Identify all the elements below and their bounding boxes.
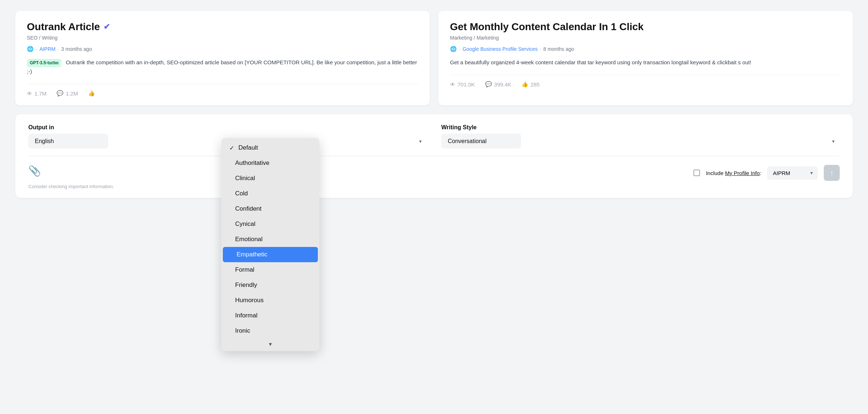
send-icon: ↑ [830, 169, 834, 177]
dropdown-item[interactable]: Ironic [221, 323, 319, 338]
dropdown-item[interactable]: Cynical [221, 216, 319, 232]
card-title-text: Outrank Article [27, 21, 100, 33]
writing-style-field-group: Writing Style Conversational ▾ [441, 124, 840, 149]
dropdown-item[interactable]: Formal [221, 262, 319, 277]
dropdown-item[interactable]: Default [221, 140, 319, 155]
dropdown-item[interactable]: Informal [221, 308, 319, 323]
card-category: SEO / Writing [27, 35, 418, 41]
bottom-panel: Output in English ▾ Writing Style Conver… [15, 114, 853, 198]
card-calendar: Get Monthly Content Calendar In 1 Click … [438, 11, 853, 105]
paperclip-icon[interactable]: 📎 [28, 165, 41, 177]
eye-icon: 👁 [27, 90, 32, 97]
globe-icon-2: 🌐 [450, 46, 457, 52]
dropdown-item[interactable]: Humorous [221, 293, 319, 308]
writing-style-chevron-icon: ▾ [832, 138, 835, 144]
card-title-outrank: Outrank Article ✔ [27, 21, 418, 33]
stat-likes-2: 👍 285 [521, 81, 540, 88]
dropdown-item[interactable]: Friendly [221, 277, 319, 293]
panel-divider [28, 156, 840, 156]
globe-icon: 🌐 [27, 46, 34, 52]
card-description-2: Get a beautifully organized 4-week conte… [450, 58, 841, 67]
dropdown-item[interactable]: Confident [221, 201, 319, 216]
card-category-2: Marketing / Marketing [450, 35, 841, 41]
cards-row: Outrank Article ✔ SEO / Writing 🌐 · AIPR… [0, 0, 868, 105]
dropdown-scroll-down[interactable]: ▾ [221, 338, 319, 349]
card-meta-2: 🌐 · Google Business Profile Services · 8… [450, 46, 841, 52]
dropdown-item[interactable]: Cold [221, 186, 319, 201]
stat-comments-2: 💬 399.4K [485, 81, 512, 88]
panel-top-row: Output in English ▾ Writing Style Conver… [28, 124, 840, 149]
dropdown-item[interactable]: Clinical [221, 171, 319, 186]
gpt-badge: GPT-3.5-turbo [27, 59, 61, 67]
send-button[interactable]: ↑ [824, 165, 840, 181]
notice-text: Consider checking important information. [28, 184, 840, 189]
card-stats-2: 👁 701.0K 💬 399.4K 👍 285 [450, 75, 841, 88]
card-title-calendar: Get Monthly Content Calendar In 1 Click [450, 21, 841, 33]
card-outrank: Outrank Article ✔ SEO / Writing 🌐 · AIPR… [15, 11, 430, 105]
stat-likes: 👍 [88, 90, 95, 97]
output-chevron-icon: ▾ [419, 138, 422, 144]
likes-count-2: 285 [531, 81, 540, 88]
card-title-text-2: Get Monthly Content Calendar In 1 Click [450, 21, 644, 33]
card-desc-text-2: Get a beautifully organized 4-week conte… [450, 59, 751, 65]
writing-style-label: Writing Style [441, 124, 840, 131]
comments-count-2: 399.4K [494, 81, 512, 88]
profile-checkbox[interactable] [693, 170, 700, 176]
panel-bottom-row: Include My Profile Info: AIPRM ▾ ↑ [693, 165, 840, 181]
include-label: Include My Profile Info: [706, 170, 761, 176]
card-time-2: 8 months ago [543, 46, 574, 52]
aiprm-select-wrapper[interactable]: AIPRM ▾ [767, 166, 818, 180]
eye-icon-2: 👁 [450, 81, 455, 88]
card-description: GPT-3.5-turbo Outrank the competition wi… [27, 58, 418, 76]
like-icon: 👍 [88, 90, 95, 97]
views-count-2: 701.0K [458, 81, 475, 88]
stat-comments: 💬 1.2M [57, 90, 78, 97]
author-link-2[interactable]: Google Business Profile Services [463, 46, 538, 52]
like-icon-2: 👍 [521, 81, 528, 88]
writing-style-select-wrapper[interactable]: Conversational ▾ [441, 134, 840, 149]
card-desc-text: Outrank the competition with an in-depth… [27, 59, 417, 74]
dropdown-item[interactable]: Emotional [221, 232, 319, 247]
views-count: 1.7M [34, 90, 46, 97]
output-label: Output in [28, 124, 427, 131]
card-time: 3 months ago [61, 46, 92, 52]
comments-count: 1.2M [66, 90, 78, 97]
writing-style-select[interactable]: Conversational [441, 134, 521, 149]
comment-icon-2: 💬 [485, 81, 492, 88]
stat-views: 👁 1.7M [27, 90, 46, 97]
card-stats: 👁 1.7M 💬 1.2M 👍 [27, 84, 418, 97]
author-link[interactable]: AIPRM [40, 46, 56, 52]
output-select[interactable]: English [28, 134, 108, 149]
comment-icon: 💬 [57, 90, 64, 97]
tone-dropdown: DefaultAuthoritativeClinicalColdConfiden… [221, 138, 319, 351]
aiprm-select[interactable]: AIPRM [767, 166, 818, 180]
card-meta: 🌐 · AIPRM · 3 months ago [27, 46, 418, 52]
dropdown-item[interactable]: Authoritative [221, 155, 319, 171]
verified-icon: ✔ [103, 22, 110, 32]
dropdown-item[interactable]: Empathetic [223, 247, 318, 262]
stat-views-2: 👁 701.0K [450, 81, 475, 88]
my-profile-link[interactable]: My Profile Info [725, 170, 760, 176]
